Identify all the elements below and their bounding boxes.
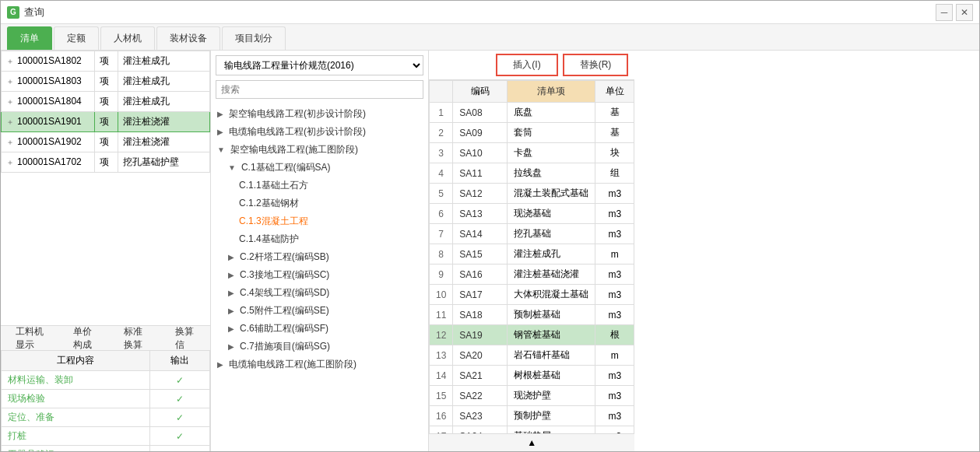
bottom-cell-name-2: 定位、准备 [2, 408, 150, 427]
tree-item-0[interactable]: ▶架空输电线路工程(初步设计阶段) [211, 105, 428, 123]
expand-btn-5[interactable]: ＋ [6, 158, 14, 166]
table-row[interactable]: 17 SA24 基础垫层 m3 [430, 426, 634, 434]
replace-button[interactable]: 替换(R) [563, 54, 629, 76]
tab-xiangmu[interactable]: 项目划分 [222, 26, 286, 50]
tree-item-13[interactable]: ▶C.7措施项目(编码SG) [211, 338, 428, 356]
tree-arrow-9: ▶ [228, 271, 234, 279]
bottom-cell-output-4: ✓ [149, 446, 209, 452]
tree-label-9: C.3接地工程(编码SC) [240, 268, 329, 282]
bottom-cell-name-4: 工器具移运 [2, 446, 150, 452]
expand-btn-1[interactable]: ＋ [6, 77, 14, 86]
main-table-row[interactable]: ＋100001SA1804 项 灌注桩成孔 [2, 92, 210, 112]
expand-btn-4[interactable]: ＋ [6, 138, 14, 146]
tree-item-14[interactable]: ▶电缆输电线路工程(施工图阶段) [211, 356, 428, 373]
main-table-row[interactable]: ＋100001SA1802 项 灌注桩成孔 [2, 51, 210, 72]
cell-unit-1: 基 [595, 123, 634, 143]
expand-btn-2[interactable]: ＋ [6, 97, 14, 106]
window-title: 查询 [24, 5, 44, 19]
table-row[interactable]: 10 SA17 大体积混凝土基础 m3 [430, 285, 634, 305]
main-cell-id-1: ＋100001SA1803 [2, 72, 95, 92]
tree-item-9[interactable]: ▶C.3接地工程(编码SC) [211, 266, 428, 284]
bottom-col-output: 输出 [149, 351, 209, 371]
cell-num-2: 3 [430, 143, 453, 163]
cell-unit-13: m3 [595, 366, 634, 386]
table-row[interactable]: 11 SA18 预制桩基础 m3 [430, 305, 634, 325]
tree-item-7[interactable]: C.1.4基础防护 [211, 230, 428, 248]
cell-name-5: 现浇基础 [508, 204, 595, 224]
table-row[interactable]: 6 SA13 现浇基础 m3 [430, 204, 634, 224]
cell-code-3: SA11 [453, 163, 508, 184]
cell-num-1: 2 [430, 123, 453, 143]
cell-name-1: 套筒 [508, 123, 595, 143]
main-cell-name-5: 挖孔基础护壁 [118, 152, 210, 173]
table-row[interactable]: 4 SA11 拉线盘 组 [430, 163, 634, 184]
main-cell-name-0: 灌注桩成孔 [118, 51, 210, 72]
main-table-row[interactable]: ＋100001SA1901 项 灌注桩浇灌 [2, 112, 210, 132]
table-row[interactable]: 3 SA10 卡盘 块 [430, 143, 634, 163]
tree-item-4[interactable]: C.1.1基础土石方 [211, 177, 428, 194]
tree-item-10[interactable]: ▶C.4架线工程(编码SD) [211, 284, 428, 302]
main-cell-id-2: ＋100001SA1804 [2, 92, 95, 112]
cell-name-15: 预制护壁 [508, 406, 595, 426]
tree-label-6: C.1.3混凝土工程 [239, 215, 308, 228]
table-row[interactable]: 2 SA09 套筒 基 [430, 123, 634, 143]
tree-item-3[interactable]: ▼C.1基础工程(编码SA) [211, 159, 428, 177]
tree-arrow-12: ▶ [228, 324, 234, 333]
cell-num-5: 6 [430, 204, 453, 224]
table-row[interactable]: 1 SA08 底盘 基 [430, 103, 634, 123]
tree-area[interactable]: ▶架空输电线路工程(初步设计阶段)▶电缆输电线路工程(初步设计阶段)▼架空输电线… [211, 102, 428, 451]
dialog-content: 输电线路工程量计价规范(2016) ▶架空输电线路工程(初步设计阶段)▶电缆输电… [211, 51, 634, 451]
search-input[interactable] [216, 80, 423, 99]
main-left-table-area[interactable]: ＋100001SA1802 项 灌注桩成孔 ＋100001SA1803 项 灌注… [1, 51, 210, 325]
expand-btn-0[interactable]: ＋ [6, 57, 14, 65]
minimize-button[interactable]: ─ [936, 4, 953, 21]
tree-item-12[interactable]: ▶C.6辅助工程(编码SF) [211, 320, 428, 338]
cell-num-8: 9 [430, 265, 453, 285]
main-table-row[interactable]: ＋100001SA1803 项 灌注桩成孔 [2, 72, 210, 92]
table-row[interactable]: 16 SA23 预制护壁 m3 [430, 406, 634, 426]
col-code: 编码 [453, 81, 508, 103]
tab-rencaiji[interactable]: 人材机 [100, 26, 155, 50]
tree-item-8[interactable]: ▶C.2杆塔工程(编码SB) [211, 248, 428, 266]
tree-item-11[interactable]: ▶C.5附件工程(编码SE) [211, 302, 428, 320]
tree-label-1: 电缆输电线路工程(初步设计阶段) [229, 125, 366, 138]
main-table-row[interactable]: ＋100001SA1702 项 挖孔基础护壁 [2, 152, 210, 173]
table-row[interactable]: 14 SA21 树根桩基础 m3 [430, 366, 634, 386]
tree-item-6[interactable]: C.1.3混凝土工程 [211, 212, 428, 230]
main-table-row[interactable]: ＋100001SA1902 项 灌注桩浇灌 [2, 132, 210, 152]
table-row[interactable]: 7 SA14 挖孔基础 m3 [430, 224, 634, 244]
tree-item-2[interactable]: ▼架空输电线路工程(施工图阶段) [211, 141, 428, 159]
table-row[interactable]: 15 SA22 现浇护壁 m3 [430, 386, 634, 406]
tree-label-13: C.7措施项目(编码SG) [240, 340, 330, 353]
standard-dropdown[interactable]: 输电线路工程量计价规范(2016) [216, 55, 423, 75]
insert-button[interactable]: 插入(I) [496, 54, 557, 76]
table-row[interactable]: 9 SA16 灌注桩基础浇灌 m3 [430, 265, 634, 285]
table-row[interactable]: 5 SA12 混凝土装配式基础 m3 [430, 184, 634, 204]
cell-code-1: SA09 [453, 123, 508, 143]
cell-num-7: 8 [430, 244, 453, 265]
main-cell-type-4: 项 [95, 132, 118, 152]
cell-unit-8: m3 [595, 265, 634, 285]
table-container[interactable]: 编码 清单项 单位 1 SA08 底盘 基 2 SA09 套筒 基 3 SA10… [429, 80, 634, 433]
cell-code-16: SA24 [453, 426, 508, 434]
expand-btn-3[interactable]: ＋ [6, 117, 14, 126]
tree-arrow-11: ▶ [228, 307, 234, 315]
close-button[interactable]: ✕ [956, 4, 973, 21]
table-row[interactable]: 13 SA20 岩石锚杆基础 m [430, 345, 634, 366]
tree-label-12: C.6辅助工程(编码SF) [240, 322, 328, 335]
tab-zhuangcai[interactable]: 装材设备 [156, 26, 220, 50]
cell-unit-14: m3 [595, 386, 634, 406]
table-row[interactable]: 8 SA15 灌注桩成孔 m [430, 244, 634, 265]
col-num [430, 81, 453, 103]
bottom-cell-name-3: 打桩 [2, 427, 150, 446]
main-cell-name-4: 灌注桩浇灌 [118, 132, 210, 152]
main-cell-id-4: ＋100001SA1902 [2, 132, 95, 152]
scroll-indicator[interactable]: ▲ [429, 433, 634, 451]
tab-qingdan[interactable]: 清单 [7, 26, 52, 50]
tree-item-1[interactable]: ▶电缆输电线路工程(初步设计阶段) [211, 123, 428, 141]
bottom-cell-output-0: ✓ [149, 371, 209, 390]
tab-dinge[interactable]: 定额 [54, 26, 99, 50]
cell-code-7: SA15 [453, 244, 508, 265]
table-row[interactable]: 12 SA19 钢管桩基础 根 [430, 325, 634, 345]
tree-item-5[interactable]: C.1.2基础钢材 [211, 194, 428, 212]
